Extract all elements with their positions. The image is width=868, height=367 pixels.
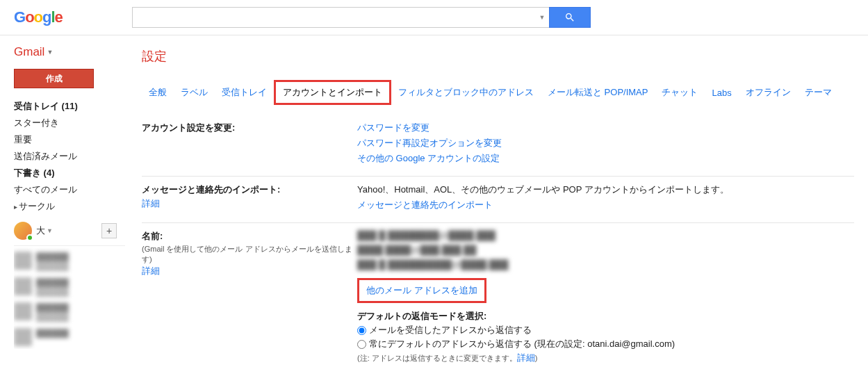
search-dropdown-icon[interactable]: ▼ [535, 7, 549, 28]
section-name: 名前: (Gmail を使用して他のメール アドレスからメールを送信します) 詳… [142, 222, 854, 367]
tab-forwarding[interactable]: メール転送と POP/IMAP [541, 83, 655, 101]
add-contact-button[interactable]: + [101, 223, 117, 238]
sidebar: Gmail ▼ 作成 受信トレイ (11) スター付き 重要 送信済みメール 下… [0, 35, 125, 367]
sidebar-item-drafts[interactable]: 下書き (4) [14, 165, 125, 181]
chat-list: ████████████ ████████████ ████████████ █… [14, 245, 125, 349]
sidebar-item-important[interactable]: 重要 [14, 131, 125, 148]
section-title: 名前: [142, 230, 357, 243]
chat-contact[interactable]: ████████████ [14, 275, 125, 300]
send-as-address: ███ █ ████████@████.███ [357, 230, 854, 240]
settings-tabs: 全般 ラベル 受信トレイ アカウントとインポート フィルタとブロック中のアドレス… [142, 80, 854, 105]
search-icon [564, 12, 575, 23]
chat-contact[interactable]: ██████ [14, 325, 125, 349]
detail-link[interactable]: 詳細 [142, 266, 160, 276]
header: Google ▼ [0, 0, 868, 35]
sidebar-item-label: サークル [19, 201, 55, 211]
reply-mode-radio-received[interactable]: メールを受信したアドレスから返信する [357, 324, 854, 336]
compose-button[interactable]: 作成 [14, 69, 94, 88]
search-bar: ▼ [132, 7, 591, 28]
tab-accounts-import[interactable]: アカウントとインポート [274, 80, 391, 105]
tab-labs[interactable]: Labs [705, 85, 738, 101]
sidebar-item-inbox[interactable]: 受信トレイ (11) [14, 98, 125, 115]
section-title: メッセージと連絡先のインポート: [142, 184, 357, 196]
section-import: メッセージと連絡先のインポート: 詳細 Yahoo!、Hotmail、AOL、そ… [142, 176, 854, 222]
arrow-right-icon: ▸ [14, 203, 17, 211]
change-password-link[interactable]: パスワードを変更 [357, 122, 854, 134]
caret-down-icon: ▼ [47, 227, 53, 234]
note-text: (注: アドレスは返信するときに変更できます。 [357, 354, 517, 362]
detail-link[interactable]: 詳細 [142, 198, 160, 209]
tab-chat[interactable]: チャット [655, 83, 705, 101]
caret-down-icon: ▼ [47, 49, 53, 56]
reply-mode-note: (注: アドレスは返信するときに変更できます。詳細) [357, 352, 854, 364]
default-reply-mode-title: デフォルトの返信モードを選択: [357, 310, 854, 323]
gmail-menu[interactable]: Gmail ▼ [14, 45, 125, 59]
chat-user-name: 大 [36, 225, 45, 237]
search-input[interactable] [132, 7, 535, 28]
avatar [14, 222, 32, 240]
tab-themes[interactable]: テーマ [798, 83, 839, 101]
search-button[interactable] [549, 7, 591, 28]
radio-label: メールを受信したアドレスから返信する [369, 324, 532, 336]
presence-dot [26, 234, 33, 241]
gmail-label-text: Gmail [14, 45, 44, 59]
sidebar-item-starred[interactable]: スター付き [14, 115, 125, 131]
google-logo[interactable]: Google [14, 8, 63, 26]
sidebar-item-sent[interactable]: 送信済みメール [14, 148, 125, 165]
main-content: 設定 全般 ラベル 受信トレイ アカウントとインポート フィルタとブロック中のア… [125, 35, 868, 367]
sidebar-item-allmail[interactable]: すべてのメール [14, 181, 125, 198]
sidebar-item-circles[interactable]: ▸サークル [14, 198, 125, 215]
tab-general[interactable]: 全般 [142, 83, 174, 101]
reply-mode-radio-default[interactable]: 常にデフォルトのアドレスから返信する (現在の設定: otani.dai@gma… [357, 338, 854, 350]
note-detail-link[interactable]: 詳細 [517, 352, 535, 363]
add-address-link[interactable]: 他のメール アドレスを追加 [366, 284, 477, 297]
tab-filters[interactable]: フィルタとブロック中のアドレス [391, 83, 541, 101]
tab-labels[interactable]: ラベル [174, 83, 215, 101]
other-settings-link[interactable]: その他の Google アカウントの設定 [357, 152, 854, 165]
change-recovery-link[interactable]: パスワード再設定オプションを変更 [357, 137, 854, 149]
send-as-address: ███ █ ██████████@████.███ [357, 259, 854, 270]
radio-input[interactable] [357, 340, 366, 349]
section-title: アカウント設定を変更: [142, 122, 357, 134]
chat-current-user[interactable]: 大 ▼ + [14, 222, 125, 240]
note-text: ) [535, 354, 538, 362]
import-description: Yahoo!、Hotmail、AOL、その他のウェブメールや POP アカウント… [357, 184, 854, 196]
import-link[interactable]: メッセージと連絡先のインポート [357, 199, 854, 211]
send-as-address: ████ ████@███.███.██ [357, 245, 854, 255]
tab-inbox[interactable]: 受信トレイ [215, 83, 274, 101]
page-title: 設定 [142, 48, 854, 65]
radio-input[interactable] [357, 326, 366, 335]
section-subtitle: (Gmail を使用して他のメール アドレスからメールを送信します) [142, 244, 357, 265]
chat-contact[interactable]: ████████████ [14, 300, 125, 325]
tab-offline[interactable]: オフライン [739, 83, 798, 101]
add-address-highlight: 他のメール アドレスを追加 [357, 278, 486, 303]
section-account-change: アカウント設定を変更: パスワードを変更 パスワード再設定オプションを変更 その… [142, 115, 854, 176]
radio-label: 常にデフォルトのアドレスから返信する (現在の設定: otani.dai@gma… [369, 338, 675, 350]
chat-contact[interactable]: ████████████ [14, 249, 125, 275]
